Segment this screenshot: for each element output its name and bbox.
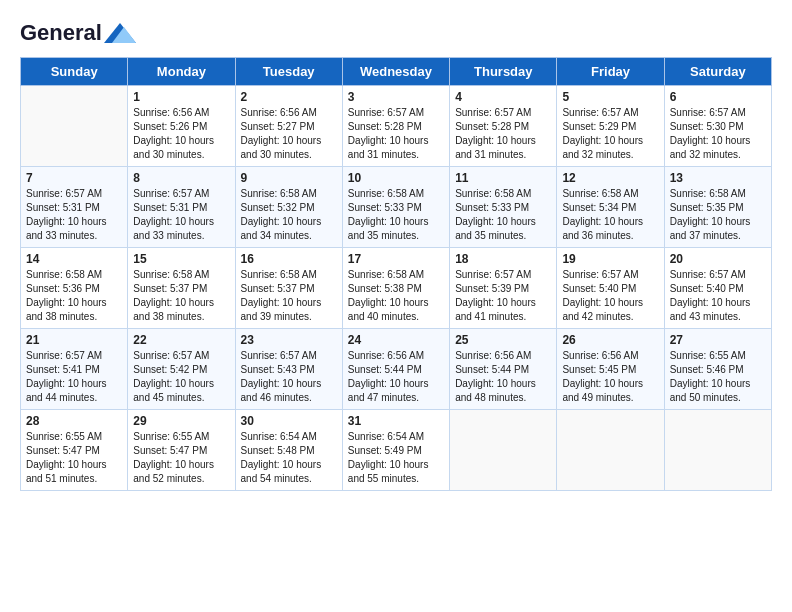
day-number: 27 <box>670 333 766 347</box>
day-info: Sunrise: 6:57 AM Sunset: 5:31 PM Dayligh… <box>133 187 229 243</box>
day-info: Sunrise: 6:56 AM Sunset: 5:45 PM Dayligh… <box>562 349 658 405</box>
day-info: Sunrise: 6:58 AM Sunset: 5:33 PM Dayligh… <box>455 187 551 243</box>
day-number: 14 <box>26 252 122 266</box>
day-info: Sunrise: 6:57 AM Sunset: 5:40 PM Dayligh… <box>562 268 658 324</box>
day-number: 19 <box>562 252 658 266</box>
day-number: 7 <box>26 171 122 185</box>
weekday-header: Monday <box>128 58 235 86</box>
calendar-cell: 2Sunrise: 6:56 AM Sunset: 5:27 PM Daylig… <box>235 86 342 167</box>
day-number: 31 <box>348 414 444 428</box>
calendar-cell: 28Sunrise: 6:55 AM Sunset: 5:47 PM Dayli… <box>21 410 128 491</box>
calendar-cell: 9Sunrise: 6:58 AM Sunset: 5:32 PM Daylig… <box>235 167 342 248</box>
day-number: 9 <box>241 171 337 185</box>
calendar-cell: 14Sunrise: 6:58 AM Sunset: 5:36 PM Dayli… <box>21 248 128 329</box>
day-number: 3 <box>348 90 444 104</box>
day-info: Sunrise: 6:57 AM Sunset: 5:28 PM Dayligh… <box>348 106 444 162</box>
day-info: Sunrise: 6:55 AM Sunset: 5:47 PM Dayligh… <box>133 430 229 486</box>
day-number: 30 <box>241 414 337 428</box>
day-number: 24 <box>348 333 444 347</box>
calendar-cell: 24Sunrise: 6:56 AM Sunset: 5:44 PM Dayli… <box>342 329 449 410</box>
day-info: Sunrise: 6:56 AM Sunset: 5:44 PM Dayligh… <box>348 349 444 405</box>
day-number: 2 <box>241 90 337 104</box>
logo: General <box>20 20 136 42</box>
calendar-cell <box>664 410 771 491</box>
calendar-week-row: 7Sunrise: 6:57 AM Sunset: 5:31 PM Daylig… <box>21 167 772 248</box>
day-number: 15 <box>133 252 229 266</box>
calendar-cell: 22Sunrise: 6:57 AM Sunset: 5:42 PM Dayli… <box>128 329 235 410</box>
day-info: Sunrise: 6:57 AM Sunset: 5:39 PM Dayligh… <box>455 268 551 324</box>
calendar-cell: 10Sunrise: 6:58 AM Sunset: 5:33 PM Dayli… <box>342 167 449 248</box>
calendar-cell: 18Sunrise: 6:57 AM Sunset: 5:39 PM Dayli… <box>450 248 557 329</box>
calendar-cell: 20Sunrise: 6:57 AM Sunset: 5:40 PM Dayli… <box>664 248 771 329</box>
day-number: 12 <box>562 171 658 185</box>
day-info: Sunrise: 6:57 AM Sunset: 5:30 PM Dayligh… <box>670 106 766 162</box>
calendar-cell: 17Sunrise: 6:58 AM Sunset: 5:38 PM Dayli… <box>342 248 449 329</box>
day-info: Sunrise: 6:54 AM Sunset: 5:48 PM Dayligh… <box>241 430 337 486</box>
day-info: Sunrise: 6:58 AM Sunset: 5:34 PM Dayligh… <box>562 187 658 243</box>
calendar-cell <box>450 410 557 491</box>
calendar-cell: 11Sunrise: 6:58 AM Sunset: 5:33 PM Dayli… <box>450 167 557 248</box>
day-info: Sunrise: 6:57 AM Sunset: 5:41 PM Dayligh… <box>26 349 122 405</box>
day-number: 21 <box>26 333 122 347</box>
day-info: Sunrise: 6:57 AM Sunset: 5:29 PM Dayligh… <box>562 106 658 162</box>
calendar-cell: 8Sunrise: 6:57 AM Sunset: 5:31 PM Daylig… <box>128 167 235 248</box>
calendar-cell: 6Sunrise: 6:57 AM Sunset: 5:30 PM Daylig… <box>664 86 771 167</box>
day-number: 25 <box>455 333 551 347</box>
calendar-cell: 30Sunrise: 6:54 AM Sunset: 5:48 PM Dayli… <box>235 410 342 491</box>
day-number: 5 <box>562 90 658 104</box>
calendar-cell: 1Sunrise: 6:56 AM Sunset: 5:26 PM Daylig… <box>128 86 235 167</box>
day-info: Sunrise: 6:58 AM Sunset: 5:35 PM Dayligh… <box>670 187 766 243</box>
weekday-header: Tuesday <box>235 58 342 86</box>
day-number: 6 <box>670 90 766 104</box>
day-number: 22 <box>133 333 229 347</box>
calendar-cell: 5Sunrise: 6:57 AM Sunset: 5:29 PM Daylig… <box>557 86 664 167</box>
day-info: Sunrise: 6:58 AM Sunset: 5:37 PM Dayligh… <box>133 268 229 324</box>
calendar-cell: 13Sunrise: 6:58 AM Sunset: 5:35 PM Dayli… <box>664 167 771 248</box>
calendar-week-row: 14Sunrise: 6:58 AM Sunset: 5:36 PM Dayli… <box>21 248 772 329</box>
calendar-cell: 4Sunrise: 6:57 AM Sunset: 5:28 PM Daylig… <box>450 86 557 167</box>
logo-general: General <box>20 20 102 46</box>
day-info: Sunrise: 6:55 AM Sunset: 5:46 PM Dayligh… <box>670 349 766 405</box>
calendar-table: SundayMondayTuesdayWednesdayThursdayFrid… <box>20 57 772 491</box>
calendar-cell: 26Sunrise: 6:56 AM Sunset: 5:45 PM Dayli… <box>557 329 664 410</box>
weekday-header: Thursday <box>450 58 557 86</box>
day-info: Sunrise: 6:57 AM Sunset: 5:28 PM Dayligh… <box>455 106 551 162</box>
logo-icon <box>104 23 136 43</box>
calendar-cell: 16Sunrise: 6:58 AM Sunset: 5:37 PM Dayli… <box>235 248 342 329</box>
day-info: Sunrise: 6:58 AM Sunset: 5:37 PM Dayligh… <box>241 268 337 324</box>
calendar-cell: 12Sunrise: 6:58 AM Sunset: 5:34 PM Dayli… <box>557 167 664 248</box>
day-number: 23 <box>241 333 337 347</box>
calendar-cell: 15Sunrise: 6:58 AM Sunset: 5:37 PM Dayli… <box>128 248 235 329</box>
day-number: 29 <box>133 414 229 428</box>
calendar-cell: 29Sunrise: 6:55 AM Sunset: 5:47 PM Dayli… <box>128 410 235 491</box>
day-number: 18 <box>455 252 551 266</box>
calendar-week-row: 21Sunrise: 6:57 AM Sunset: 5:41 PM Dayli… <box>21 329 772 410</box>
day-info: Sunrise: 6:57 AM Sunset: 5:40 PM Dayligh… <box>670 268 766 324</box>
day-info: Sunrise: 6:56 AM Sunset: 5:44 PM Dayligh… <box>455 349 551 405</box>
calendar-cell <box>21 86 128 167</box>
day-info: Sunrise: 6:58 AM Sunset: 5:36 PM Dayligh… <box>26 268 122 324</box>
day-info: Sunrise: 6:57 AM Sunset: 5:43 PM Dayligh… <box>241 349 337 405</box>
day-number: 13 <box>670 171 766 185</box>
day-info: Sunrise: 6:57 AM Sunset: 5:42 PM Dayligh… <box>133 349 229 405</box>
calendar-cell <box>557 410 664 491</box>
day-info: Sunrise: 6:58 AM Sunset: 5:32 PM Dayligh… <box>241 187 337 243</box>
weekday-header: Friday <box>557 58 664 86</box>
calendar-cell: 23Sunrise: 6:57 AM Sunset: 5:43 PM Dayli… <box>235 329 342 410</box>
calendar-cell: 21Sunrise: 6:57 AM Sunset: 5:41 PM Dayli… <box>21 329 128 410</box>
day-info: Sunrise: 6:56 AM Sunset: 5:27 PM Dayligh… <box>241 106 337 162</box>
weekday-header: Wednesday <box>342 58 449 86</box>
calendar-cell: 31Sunrise: 6:54 AM Sunset: 5:49 PM Dayli… <box>342 410 449 491</box>
day-number: 10 <box>348 171 444 185</box>
day-number: 11 <box>455 171 551 185</box>
day-info: Sunrise: 6:55 AM Sunset: 5:47 PM Dayligh… <box>26 430 122 486</box>
page-header: General <box>20 20 772 42</box>
day-info: Sunrise: 6:56 AM Sunset: 5:26 PM Dayligh… <box>133 106 229 162</box>
calendar-cell: 3Sunrise: 6:57 AM Sunset: 5:28 PM Daylig… <box>342 86 449 167</box>
day-number: 28 <box>26 414 122 428</box>
weekday-header: Saturday <box>664 58 771 86</box>
day-number: 4 <box>455 90 551 104</box>
calendar-cell: 27Sunrise: 6:55 AM Sunset: 5:46 PM Dayli… <box>664 329 771 410</box>
day-number: 20 <box>670 252 766 266</box>
day-number: 16 <box>241 252 337 266</box>
